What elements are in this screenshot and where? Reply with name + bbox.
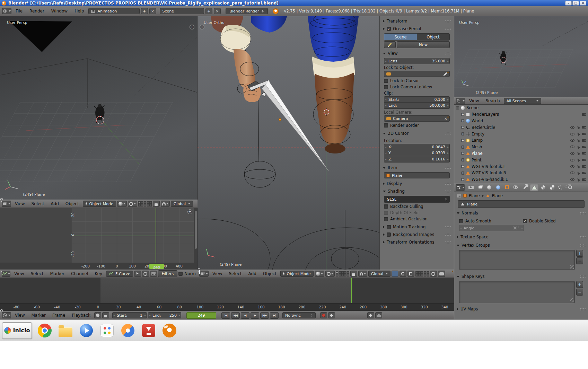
remove-vertex-group-button[interactable]: − [576,257,583,264]
panel-drag-handle[interactable] [445,20,451,23]
restrict-select-icon[interactable] [576,171,580,175]
lock-icon[interactable] [153,201,160,207]
manipulator-rotate-icon[interactable] [400,271,406,277]
outliner-row-beziercircle[interactable]: + BezierCircle [454,124,588,131]
menu-object[interactable]: Object [63,200,82,208]
menu-help[interactable]: Help [72,7,87,15]
graph-current-frame-line[interactable] [156,208,156,263]
previous-keyframe-button[interactable]: ◀◀ [231,312,240,319]
expand-region-icon[interactable]: + [190,25,194,29]
add-vertex-group-button[interactable]: + [576,250,583,257]
outliner-row-mesh[interactable]: + Mesh [454,144,588,150]
viewport-right[interactable]: User Persp (249) Plane [454,16,588,97]
add-shape-key-button[interactable]: + [576,281,583,288]
breadcrumb-data-name[interactable]: Plane [492,193,503,198]
expand-icon[interactable]: + [461,119,464,122]
graph-mode-selector[interactable]: F-Curve [106,271,133,277]
editor-type-3d-view-icon[interactable] [2,201,11,207]
outliner-row-empty[interactable]: + Empty [454,131,588,137]
panel-drag-handle[interactable] [445,52,451,55]
ambient-occlusion-checkbox[interactable] [384,217,388,221]
remove-shape-key-button[interactable]: − [576,289,583,296]
background-images-checkbox[interactable] [387,232,391,237]
menu-key[interactable]: Key [92,270,105,278]
layers-widget-secondary[interactable] [415,271,429,276]
restrict-render-icon[interactable] [582,133,586,135]
expand-region-icon[interactable]: + [200,25,204,29]
menu-window[interactable]: Window [49,7,70,15]
lock-time-icon[interactable] [102,312,109,318]
auto-smooth-checkbox[interactable] [459,219,463,223]
add-layout-button[interactable]: + [141,8,148,14]
menu-marker[interactable]: Marker [28,311,48,319]
menu-add[interactable]: Add [48,200,62,208]
snap-magnet-icon[interactable] [161,201,170,207]
remove-scene-button[interactable]: × [214,8,221,14]
menu-marker[interactable]: Marker [47,270,67,278]
smooth-angle-field[interactable]: Angle: 30° [459,225,524,231]
panel-drag-handle[interactable] [580,212,586,214]
menu-frame[interactable]: Frame [50,311,68,319]
end-frame-field[interactable]: End: 250 [148,312,181,318]
mesh-name-field[interactable]: Plane [458,200,585,208]
close-icon[interactable]: × [580,1,586,6]
panel-background-images[interactable]: Background Images [382,231,452,238]
menu-object[interactable]: Object [260,270,279,278]
expand-icon[interactable]: + [461,178,464,181]
expand-icon[interactable]: + [461,113,464,116]
expand-region-icon[interactable]: + [187,209,192,214]
scene-selector[interactable]: Scene [160,8,204,14]
collapse-icon[interactable]: − [456,106,459,109]
outliner-row-wgt-foot-l[interactable]: + WGT-VIS-foot.ik.L [454,163,588,170]
grease-pencil-draw-icon[interactable] [384,41,396,48]
motion-tracking-checkbox[interactable] [387,225,391,229]
menu-view[interactable]: View [210,270,225,278]
outliner-row-point[interactable]: + Point [454,157,588,163]
menu-view[interactable]: View [466,97,482,105]
panel-normals[interactable]: Normals [456,209,587,217]
restrict-select-icon[interactable] [576,165,580,169]
menu-view[interactable]: View [11,270,27,278]
panel-item[interactable]: Item [382,164,452,172]
constraints-tab-icon[interactable] [512,184,520,191]
snap-magnet-icon[interactable] [358,271,367,277]
breadcrumb-history-icon[interactable] [457,194,461,197]
graph-curve-area[interactable] [72,208,194,263]
current-frame-field[interactable]: 249 [186,312,216,319]
expand-icon[interactable]: + [461,158,464,161]
viewport-shading-selector[interactable] [117,201,127,207]
tab-object[interactable]: Object [417,34,449,40]
material-tab-icon[interactable] [539,184,547,191]
menu-view[interactable]: View [12,311,27,319]
panel-drag-handle[interactable] [580,236,586,238]
outliner-row-lamp[interactable]: + Lamp [454,137,588,144]
restrict-select-icon[interactable] [576,145,580,149]
expand-icon[interactable]: + [461,172,464,175]
menu-search[interactable]: Search [483,97,502,105]
play-button[interactable]: ▶ [251,312,259,319]
outliner-row-scene[interactable]: − Scene [454,105,588,111]
lock-to-object-field[interactable] [384,71,450,77]
vertex-groups-list[interactable] [459,250,575,270]
expand-icon[interactable]: + [461,132,464,135]
outliner-row-plane[interactable]: + Plane [454,150,588,157]
restrict-select-icon[interactable] [576,151,580,156]
render-engine-selector[interactable]: Blender Render [226,8,268,14]
screen-layout-selector[interactable]: Animation [88,8,140,14]
breadcrumb-object-name[interactable]: Plane [469,193,480,198]
current-frame-badge[interactable]: 249 [149,264,164,269]
object-data-tab-icon[interactable] [530,184,538,191]
outliner-scope-selector[interactable]: All Scenes [504,98,541,104]
cursor-y-field[interactable]: Y: 0.0703 [384,150,450,156]
minimize-icon[interactable]: – [565,1,572,6]
panel-transform[interactable]: Transform [382,17,452,25]
double-sided-checkbox[interactable] [523,219,527,223]
restrict-view-icon[interactable] [570,146,574,148]
transform-orientation-selector[interactable]: Global [368,271,390,277]
expand-icon[interactable]: + [461,139,464,142]
file-explorer-icon[interactable] [58,323,73,339]
media-player-icon[interactable] [78,323,94,339]
panel-drag-handle[interactable] [445,182,451,185]
lock-icon[interactable] [350,271,357,277]
expand-icon[interactable]: + [461,146,464,149]
